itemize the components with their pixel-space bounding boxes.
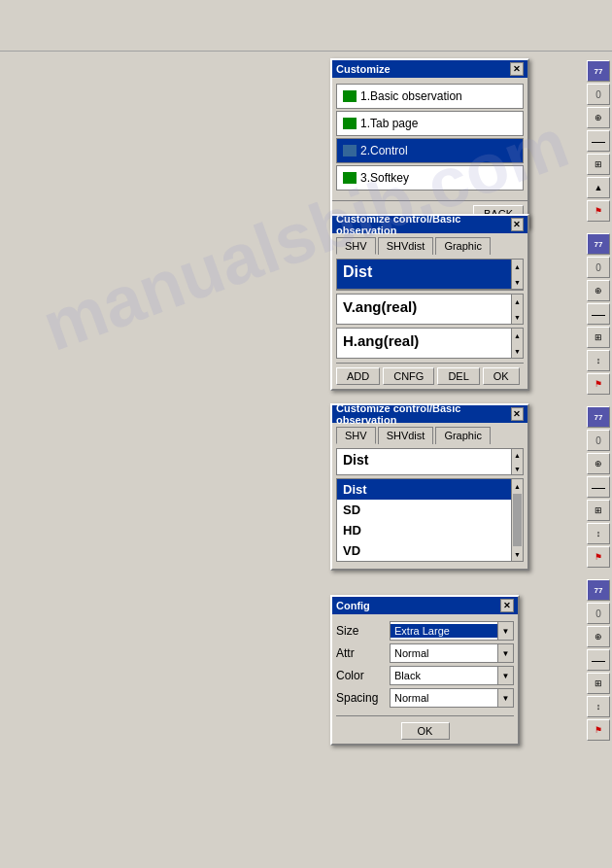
minus-icon-3[interactable]: — xyxy=(587,476,610,498)
level-icon[interactable]: ↕ xyxy=(587,350,610,371)
minus-icon-4[interactable]: — xyxy=(587,649,610,671)
icon-77-badge-3: 77 xyxy=(587,406,610,428)
del-button[interactable]: DEL xyxy=(437,367,479,385)
up-icon[interactable]: ▲ xyxy=(587,177,610,198)
icon-77-badge-2: 77 xyxy=(587,233,610,255)
sidebar-panel-2: 77 0 ⊕ — ⊞ ↕ ⚑ xyxy=(585,231,612,404)
minus-icon[interactable]: — xyxy=(587,130,610,152)
plus-circle-icon-3[interactable]: ⊕ xyxy=(587,453,610,474)
menu-item-basic-observation-label: 1.Basic observation xyxy=(360,89,462,103)
vang-scroll-down[interactable]: ▼ xyxy=(512,310,523,324)
top-scroll-up[interactable]: ▲ xyxy=(512,449,523,461)
tab-graphic-1[interactable]: Graphic xyxy=(435,237,491,255)
attr-select[interactable]: Normal ▼ xyxy=(390,643,514,663)
hang-scroll-down[interactable]: ▼ xyxy=(512,344,523,358)
customize-control-dialog-1: Customize control/Basic observation ✕ SH… xyxy=(330,214,529,391)
color-dropdown-arrow[interactable]: ▼ xyxy=(497,667,513,684)
tab-shv-2[interactable]: SHV xyxy=(336,427,376,444)
ctrl1-dist-label: Dist xyxy=(337,260,511,289)
menu-item-control-label: 2.Control xyxy=(360,144,408,157)
menu-item-softkey[interactable]: 3.Softkey xyxy=(336,165,524,191)
config-content: Size Extra Large ▼ Attr Normal ▼ Color B… xyxy=(332,614,518,744)
ctrl1-tab-bar: SHV SHVdist Graphic xyxy=(336,237,524,255)
attr-dropdown-arrow[interactable]: ▼ xyxy=(497,644,513,662)
icon-77-badge: 77 xyxy=(587,60,610,82)
config-color-row: Color Black ▼ xyxy=(336,666,514,685)
flag-icon-2[interactable]: ⚑ xyxy=(587,373,610,395)
sidebar-panel-4: 77 0 ⊕ — ⊞ ↕ ⚑ xyxy=(585,577,612,750)
control-icon xyxy=(343,145,357,156)
color-label: Color xyxy=(336,669,390,682)
flag-icon-4[interactable]: ⚑ xyxy=(587,719,610,741)
top-scroll-down[interactable]: ▼ xyxy=(512,463,523,474)
spacing-value[interactable]: Normal xyxy=(391,691,497,705)
flag-icon[interactable]: ⚑ xyxy=(587,200,610,222)
dropdown-scroll-down[interactable]: ▼ xyxy=(512,547,523,561)
icon-77-badge-4: 77 xyxy=(587,579,610,601)
customize-control-dialog-2: Customize control/Basic observation ✕ SH… xyxy=(330,403,529,571)
icon-0-badge-2: 0 xyxy=(587,257,610,278)
menu-item-basic-observation[interactable]: 1.Basic observation xyxy=(336,84,524,109)
grid-icon[interactable]: ⊞ xyxy=(587,154,610,175)
ctrl1-vang-label: V.ang(real) xyxy=(337,295,511,324)
config-dialog: Config ✕ Size Extra Large ▼ Attr Normal … xyxy=(330,595,520,746)
config-close-button[interactable]: ✕ xyxy=(500,599,514,612)
plus-circle-icon[interactable]: ⊕ xyxy=(587,107,610,128)
attr-value[interactable]: Normal xyxy=(391,646,497,660)
sidebar-panel-3: 77 0 ⊕ — ⊞ ↕ ⚑ xyxy=(585,404,612,577)
tab-page-icon xyxy=(343,118,357,129)
ctrl2-close-button[interactable]: ✕ xyxy=(511,407,524,421)
grid-icon-3[interactable]: ⊞ xyxy=(587,500,610,521)
menu-item-control[interactable]: 2.Control xyxy=(336,138,524,163)
ctrl2-top-item: Dist xyxy=(337,449,511,474)
ctrl1-hang-label: H.ang(real) xyxy=(337,329,511,358)
tab-shvdist-1[interactable]: SHVdist xyxy=(378,237,434,255)
add-button[interactable]: ADD xyxy=(336,367,380,385)
minus-icon-2[interactable]: — xyxy=(587,303,610,325)
ok-button-1[interactable]: OK xyxy=(483,367,520,385)
ctrl2-content: SHV SHVdist Graphic Dist ▲ ▼ Dist SD HD … xyxy=(332,423,527,569)
size-value[interactable]: Extra Large xyxy=(391,624,497,638)
tab-shv-1[interactable]: SHV xyxy=(336,237,376,255)
hang-scroll-up[interactable]: ▲ xyxy=(512,329,523,342)
icon-0-badge: 0 xyxy=(587,84,610,105)
menu-item-softkey-label: 3.Softkey xyxy=(360,171,409,185)
spacing-dropdown-arrow[interactable]: ▼ xyxy=(497,689,513,707)
level-icon-4[interactable]: ↕ xyxy=(587,696,610,717)
dist-scroll-down[interactable]: ▼ xyxy=(512,275,523,289)
ctrl1-content: SHV SHVdist Graphic Dist ▲ ▼ V.ang(real)… xyxy=(332,233,527,389)
vang-scroll-up[interactable]: ▲ xyxy=(512,295,523,308)
spacing-select[interactable]: Normal ▼ xyxy=(390,688,514,708)
config-titlebar: Config ✕ xyxy=(332,597,518,614)
size-select[interactable]: Extra Large ▼ xyxy=(390,621,514,641)
dist-scroll-up[interactable]: ▲ xyxy=(512,260,523,273)
grid-icon-2[interactable]: ⊞ xyxy=(587,327,610,348)
cnfg-button[interactable]: CNFG xyxy=(383,367,434,385)
config-attr-row: Attr Normal ▼ xyxy=(336,643,514,663)
grid-icon-4[interactable]: ⊞ xyxy=(587,673,610,694)
size-dropdown-arrow[interactable]: ▼ xyxy=(497,622,513,640)
config-ok-button[interactable]: OK xyxy=(401,722,450,740)
plus-circle-icon-4[interactable]: ⊕ xyxy=(587,626,610,647)
dropdown-item-sd[interactable]: SD xyxy=(337,500,511,520)
customize-dialog-titlebar: Customize ✕ xyxy=(332,60,527,78)
basic-observation-icon xyxy=(343,90,357,102)
menu-item-tab-page[interactable]: 1.Tab page xyxy=(336,111,524,136)
color-value[interactable]: Black xyxy=(391,669,497,682)
plus-circle-icon-2[interactable]: ⊕ xyxy=(587,280,610,301)
dropdown-item-hd[interactable]: HD xyxy=(337,520,511,540)
spacing-label: Spacing xyxy=(336,691,390,705)
customize-dialog-content: 1.Basic observation 1.Tab page 2.Control… xyxy=(332,78,527,196)
dropdown-item-dist[interactable]: Dist xyxy=(337,479,511,500)
color-select[interactable]: Black ▼ xyxy=(390,666,514,685)
tab-shvdist-2[interactable]: SHVdist xyxy=(378,427,434,444)
level-icon-3[interactable]: ↕ xyxy=(587,523,610,544)
dropdown-scroll-up[interactable]: ▲ xyxy=(512,479,523,493)
flag-icon-3[interactable]: ⚑ xyxy=(587,546,610,568)
customize-close-button[interactable]: ✕ xyxy=(510,62,524,76)
tab-graphic-2[interactable]: Graphic xyxy=(435,427,491,444)
ctrl2-tab-bar: SHV SHVdist Graphic xyxy=(336,427,524,444)
attr-label: Attr xyxy=(336,646,390,660)
dropdown-item-vd[interactable]: VD xyxy=(337,540,511,561)
ctrl1-close-button[interactable]: ✕ xyxy=(511,218,524,231)
